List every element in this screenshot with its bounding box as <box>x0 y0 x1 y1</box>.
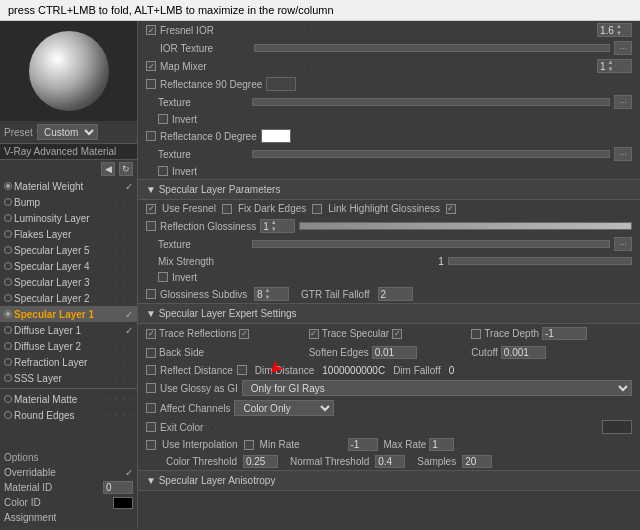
layer-item-sss[interactable]: SSS Layer · · · · <box>0 370 137 386</box>
map-mixer-cb[interactable] <box>146 61 156 71</box>
link-highlight-cb[interactable] <box>312 204 322 214</box>
max-rate-input[interactable] <box>429 438 454 451</box>
color-threshold-input[interactable] <box>243 455 278 468</box>
fresnel-ior-value: 1.6 <box>600 25 614 36</box>
trace-depth-cb[interactable] <box>471 329 481 339</box>
layer-item-specular1[interactable]: Specular Layer 1 ✓ <box>0 306 137 322</box>
reflect-distance-cb[interactable] <box>146 365 156 375</box>
glossiness-subdivs-spinbox[interactable]: 8 ▲ ▼ <box>254 287 289 301</box>
layer-item-specular4[interactable]: Specular Layer 4 · · · <box>0 258 137 274</box>
expert-row2: Back Side Soften Edges Cutoff <box>138 343 640 362</box>
texture1-btn[interactable]: ··· <box>614 95 632 109</box>
invert2-cb[interactable] <box>158 166 168 176</box>
invert3-cb[interactable] <box>158 272 168 282</box>
fresnel-ior-spinbox[interactable]: 1.6 ▲ ▼ <box>597 23 632 37</box>
exit-color-cb[interactable] <box>146 422 156 432</box>
link-highlight-cb2[interactable] <box>446 204 456 214</box>
reflection-glossiness-spinbox[interactable]: 1 ▲ ▼ <box>260 219 295 233</box>
fix-dark-cb[interactable] <box>222 204 232 214</box>
layer-item-diffuse2[interactable]: Diffuse Layer 2 · · · · <box>0 338 137 354</box>
fresnel-ior-cb[interactable] <box>146 25 156 35</box>
samples-input[interactable] <box>462 455 492 468</box>
use-fresnel-cb[interactable] <box>146 204 156 214</box>
fresnel-ior-row: Fresnel IOR · · · · · · · · · · · 1.6 ▲ … <box>138 21 640 39</box>
glossiness-subdivs-up[interactable]: ▲ <box>265 287 271 294</box>
ior-texture-btn[interactable]: ··· <box>614 41 632 55</box>
layer-item-specular3[interactable]: Specular Layer 3 · · · <box>0 274 137 290</box>
reflectance-90-cb[interactable] <box>146 79 156 89</box>
back-side-cb[interactable] <box>146 348 156 358</box>
layer-item-diffuse1[interactable]: Diffuse Layer 1 ✓ <box>0 322 137 338</box>
glossiness-subdivs-cb[interactable] <box>146 289 156 299</box>
layer-item-refraction[interactable]: Refraction Layer · · <box>0 354 137 370</box>
layer-item-round-edges[interactable]: Round Edges · · · · <box>0 407 137 423</box>
trace-depth-input[interactable] <box>542 327 587 340</box>
trace-specular-cb[interactable] <box>309 329 319 339</box>
reflectance-0-cb[interactable] <box>146 131 156 141</box>
layer-item-bump[interactable]: Bump · · · · <box>0 194 137 210</box>
normal-threshold-input[interactable] <box>375 455 405 468</box>
gtr-label: GTR Tail Falloff <box>301 289 370 300</box>
glossy-dropdown[interactable]: Only for GI Rays Always Never <box>242 380 632 396</box>
fresnel-ior-up[interactable]: ▲ <box>616 23 622 30</box>
material-id-input[interactable] <box>103 481 133 494</box>
layer-item-specular2[interactable]: Specular Layer 2 · · · <box>0 290 137 306</box>
fresnel-ior-dots: · · · · · · · · · · · <box>254 25 593 35</box>
use-glossy-cb[interactable] <box>146 383 156 393</box>
texture1-slider[interactable] <box>252 98 610 106</box>
anisotropy-title: ▼ Specular Layer Anisotropy <box>146 475 275 486</box>
anisotropy-header[interactable]: ▼ Specular Layer Anisotropy <box>138 470 640 491</box>
reflection-glossiness-up[interactable]: ▲ <box>271 219 277 226</box>
affect-channels-cb[interactable] <box>146 403 156 413</box>
layer-label-material-weight: Material Weight <box>14 181 123 192</box>
use-interpolation-cb2[interactable] <box>244 440 254 450</box>
reflectance-90-color[interactable] <box>266 77 296 91</box>
reflectance-0-color[interactable] <box>261 129 291 143</box>
reflection-glossiness-slider[interactable] <box>299 222 632 230</box>
trace-specular-cb2[interactable] <box>392 329 402 339</box>
map-mixer-down[interactable]: ▼ <box>608 66 614 73</box>
texture2-slider[interactable] <box>252 150 610 158</box>
reflectance-0-label: Reflectance 0 Degree <box>160 131 257 142</box>
layer-item-material-matte[interactable]: Material Matte · · · · <box>0 391 137 407</box>
invert1-cb[interactable] <box>158 114 168 124</box>
trace-reflections-cb2[interactable] <box>239 329 249 339</box>
fresnel-ior-arrows[interactable]: ▲ ▼ <box>616 23 622 37</box>
dim-distance-cb[interactable] <box>237 365 247 375</box>
cutoff-input[interactable] <box>501 346 546 359</box>
texture3-btn[interactable]: ··· <box>614 237 632 251</box>
reflection-glossiness-cb[interactable] <box>146 221 156 231</box>
trace-reflections-cb[interactable] <box>146 329 156 339</box>
preset-select[interactable]: Custom <box>37 124 98 140</box>
layer-item-material-weight[interactable]: Material Weight ✓ <box>0 178 137 194</box>
color-id-swatch[interactable] <box>113 497 133 509</box>
ior-texture-slider[interactable] <box>254 44 610 52</box>
mix-strength-slider[interactable] <box>448 257 632 265</box>
specular-params-header[interactable]: ▼ Specular Layer Parameters <box>138 179 640 200</box>
map-mixer-spinbox[interactable]: 1 ▲ ▼ <box>597 59 632 73</box>
exit-color-swatch[interactable] <box>602 420 632 434</box>
fresnel-ior-down[interactable]: ▼ <box>616 30 622 37</box>
dots-specular2: · · · <box>115 293 133 303</box>
use-interpolation-cb[interactable] <box>146 440 156 450</box>
layer-item-specular5[interactable]: Specular Layer 5 · · · <box>0 242 137 258</box>
affect-dropdown[interactable]: Color Only All Channels <box>234 400 334 416</box>
texture3-slider[interactable] <box>252 240 610 248</box>
glossiness-subdivs-down[interactable]: ▼ <box>265 294 271 301</box>
texture2-btn[interactable]: ··· <box>614 147 632 161</box>
layer-item-luminosity[interactable]: Luminosity Layer <box>0 210 137 226</box>
map-mixer-arrows[interactable]: ▲ ▼ <box>608 59 614 73</box>
layer-item-flakes[interactable]: Flakes Layer · · · <box>0 226 137 242</box>
layer-label-specular2: Specular Layer 2 <box>14 293 113 304</box>
glossiness-subdivs-arrows[interactable]: ▲ ▼ <box>265 287 271 301</box>
min-rate-input[interactable] <box>348 438 378 451</box>
exit-color-label: Exit Color <box>160 422 203 433</box>
reflection-glossiness-arrows[interactable]: ▲ ▼ <box>271 219 277 233</box>
reflection-glossiness-down[interactable]: ▼ <box>271 226 277 233</box>
gtr-value[interactable]: 2 <box>378 287 413 301</box>
soften-edges-input[interactable] <box>372 346 417 359</box>
map-mixer-up[interactable]: ▲ <box>608 59 614 66</box>
left-icon-btn[interactable]: ◀ <box>101 162 115 176</box>
right-icon-btn[interactable]: ↻ <box>119 162 133 176</box>
expert-section-header[interactable]: ▼ Specular Layer Expert Settings <box>138 303 640 324</box>
